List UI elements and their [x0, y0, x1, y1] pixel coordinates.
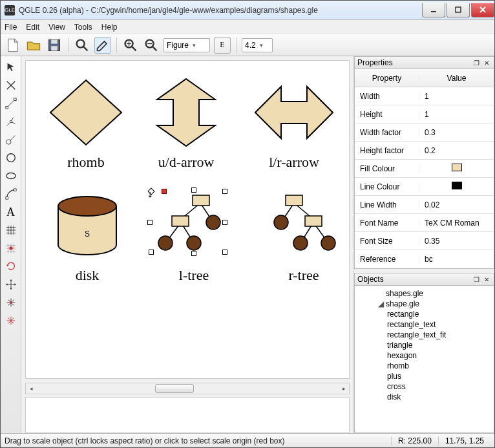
properties-panel-header[interactable]: Properties ❐ ✕ — [354, 56, 494, 69]
property-value[interactable]: 0.35 — [419, 237, 494, 246]
property-key: Font Name — [355, 219, 419, 228]
menu-help[interactable]: Help — [101, 23, 118, 32]
canvas[interactable]: rhomb u/d-arrow l/r-arrow — [25, 60, 350, 379]
property-row[interactable]: Width1 — [355, 87, 494, 105]
e-toggle-button[interactable]: E — [214, 37, 231, 54]
property-row[interactable]: Font Size0.35 — [355, 232, 494, 250]
property-value[interactable]: 1 — [419, 110, 494, 119]
resize-handle-sw[interactable] — [149, 250, 154, 255]
property-row[interactable]: Font NameTeX CM Roman — [355, 214, 494, 232]
objects-panel-header[interactable]: Objects ❐ ✕ — [354, 273, 494, 286]
svg-point-55 — [58, 197, 116, 216]
property-key: Line Width — [355, 200, 419, 209]
zoom-select[interactable]: 4.2 — [242, 38, 273, 52]
resize-handle-se[interactable] — [222, 250, 227, 255]
resize-handle-w[interactable] — [147, 220, 153, 225]
svg-point-73 — [321, 236, 335, 250]
property-row[interactable]: Referencebc — [355, 250, 494, 268]
tangent-tool[interactable] — [3, 113, 19, 130]
menu-edit[interactable]: Edit — [26, 23, 39, 32]
close-icon[interactable]: ✕ — [482, 58, 491, 67]
property-value[interactable]: bc — [419, 255, 494, 264]
new-file-button[interactable] — [5, 37, 21, 54]
minimize-button[interactable] — [422, 3, 445, 17]
tree-node-group[interactable]: ◢shape.gle — [355, 299, 494, 309]
resize-handle-n[interactable] — [191, 187, 196, 193]
resize-handle-s[interactable] — [191, 251, 196, 256]
objects-tree[interactable]: shapes.gle ◢shape.gle rectanglerectangle… — [354, 286, 494, 433]
property-row[interactable]: Fill Colour — [355, 160, 494, 178]
right-dock: Properties ❐ ✕ Property Value Width1Heig… — [353, 56, 494, 433]
property-row[interactable]: Line Width0.02 — [355, 196, 494, 214]
property-value[interactable] — [419, 164, 494, 173]
property-value[interactable]: 0.2 — [419, 146, 494, 155]
delete-tool[interactable] — [3, 77, 19, 94]
figure-select[interactable]: Figure — [163, 38, 210, 52]
text-tool[interactable]: A — [3, 204, 19, 220]
tree-node[interactable]: rectangle_text_fit — [355, 330, 494, 340]
snap-star-tool[interactable] — [3, 294, 19, 311]
maximize-button[interactable] — [447, 3, 470, 17]
horizontal-scrollbar[interactable]: ◂ ▸ — [25, 383, 350, 394]
arc-tool[interactable] — [3, 186, 19, 202]
undock-icon[interactable]: ❐ — [472, 275, 481, 284]
zoom-out-button[interactable] — [143, 37, 160, 54]
open-file-button[interactable] — [25, 37, 42, 54]
tree-node[interactable]: cross — [355, 381, 494, 392]
tree-node[interactable]: disk — [355, 392, 494, 402]
canvas-wrap: rhomb u/d-arrow l/r-arrow — [21, 56, 353, 433]
tree-node[interactable]: triangle — [355, 340, 494, 350]
tree-node[interactable]: rectangle_text — [355, 319, 494, 330]
console-pane[interactable] — [25, 397, 350, 433]
column-header-property[interactable]: Property — [355, 74, 419, 83]
line-color-swatch[interactable] — [452, 182, 462, 189]
ellipse-tool[interactable] — [3, 167, 19, 184]
menu-file[interactable]: File — [5, 23, 17, 32]
property-value[interactable]: 1 — [419, 92, 494, 101]
save-button[interactable] — [46, 37, 63, 54]
tree-node[interactable]: rhomb — [355, 361, 494, 371]
edit-button[interactable] — [94, 37, 111, 54]
zoom-in-button[interactable] — [122, 37, 139, 54]
fill-color-swatch[interactable] — [452, 164, 462, 171]
property-key: Reference — [355, 255, 419, 264]
pointer-tool[interactable] — [3, 59, 19, 76]
menu-view[interactable]: View — [48, 23, 65, 32]
line-tool[interactable] — [3, 95, 19, 112]
shape-l-tree[interactable]: l-tree ↘ — [149, 190, 239, 284]
move-tool[interactable] — [3, 276, 19, 293]
menu-tools[interactable]: Tools — [74, 23, 92, 32]
property-value[interactable]: 0.02 — [419, 200, 494, 209]
resize-handle-e[interactable] — [222, 220, 227, 225]
column-header-value[interactable]: Value — [419, 74, 494, 83]
scroll-thumb[interactable] — [155, 384, 194, 393]
perp-line-tool[interactable] — [3, 131, 19, 148]
scale-origin-handle[interactable] — [162, 189, 167, 194]
snap-star2-tool[interactable] — [3, 312, 19, 329]
tree-node[interactable]: plus — [355, 371, 494, 381]
scroll-left-button[interactable]: ◂ — [26, 383, 36, 394]
undock-icon[interactable]: ❐ — [472, 58, 481, 67]
resize-handle-nw[interactable]: ↘ — [147, 187, 154, 195]
property-value[interactable]: TeX CM Roman — [419, 219, 494, 228]
tree-node-root[interactable]: shapes.gle — [355, 288, 494, 299]
close-icon[interactable]: ✕ — [482, 275, 491, 284]
tree-node[interactable]: hexagon — [355, 350, 494, 361]
rotate-tool[interactable] — [3, 258, 19, 275]
resize-handle-ne[interactable] — [222, 189, 227, 194]
property-row[interactable]: Height factor0.2 — [355, 142, 494, 160]
property-row[interactable]: Width factor0.3 — [355, 123, 494, 142]
scroll-right-button[interactable]: ▸ — [339, 383, 349, 394]
property-value[interactable]: 0.3 — [419, 128, 494, 137]
grid-snap-tool[interactable] — [3, 222, 19, 239]
svg-point-63 — [158, 236, 173, 250]
tree-node[interactable]: rectangle — [355, 309, 494, 319]
grid-origin-tool[interactable] — [3, 240, 19, 257]
property-row[interactable]: Line Colour — [355, 178, 494, 196]
property-value[interactable] — [419, 182, 494, 191]
close-button[interactable] — [471, 3, 494, 17]
property-row[interactable]: Height1 — [355, 105, 494, 123]
circle-tool[interactable] — [3, 149, 19, 166]
zoom-fit-button[interactable] — [74, 37, 90, 54]
svg-line-10 — [132, 47, 136, 50]
